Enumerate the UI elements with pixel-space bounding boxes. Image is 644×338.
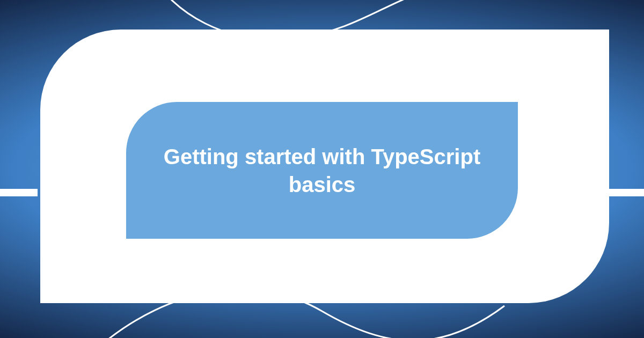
title-card: Getting started with TypeScript basics bbox=[126, 102, 518, 239]
accent-bar-left bbox=[0, 189, 38, 196]
accent-bar-right bbox=[606, 189, 644, 196]
page-title: Getting started with TypeScript basics bbox=[158, 143, 486, 199]
